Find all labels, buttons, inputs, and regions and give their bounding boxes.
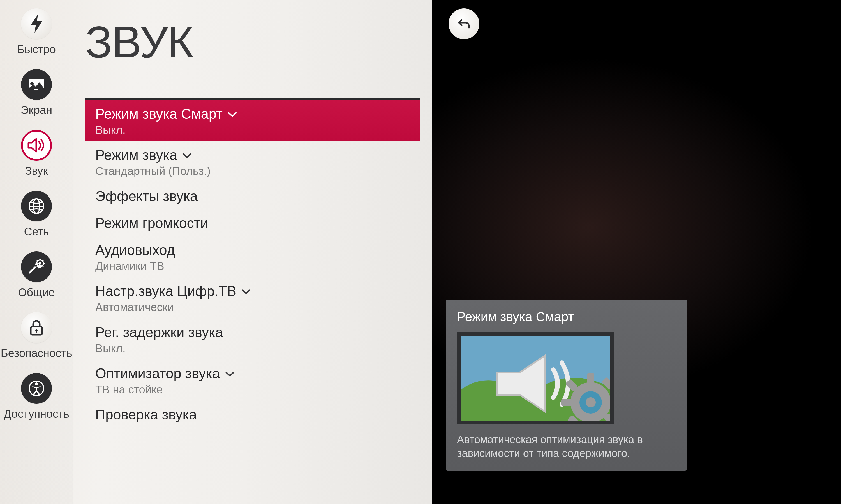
menu-item-title: Аудиовыход	[95, 242, 175, 258]
settings-sidebar: Быстро Экран Звук Сеть Общие	[0, 0, 73, 504]
menu-item[interactable]: Режим звукаСтандартный (Польз.)	[85, 141, 420, 183]
svg-rect-24	[587, 420, 594, 425]
menu-item[interactable]: Режим громкости	[85, 210, 420, 236]
menu-item[interactable]: Рег. задержки звукаВыкл.	[85, 319, 420, 360]
info-card-description: Автоматическая оптимизация звука в завис…	[457, 433, 675, 461]
accessibility-icon	[21, 373, 52, 404]
svg-rect-18	[36, 331, 37, 333]
sidebar-item-network[interactable]: Сеть	[0, 191, 73, 238]
info-card-title: Режим звука Смарт	[457, 309, 675, 324]
svg-line-15	[37, 266, 38, 267]
info-card: Режим звука Смарт	[446, 300, 687, 471]
svg-rect-26	[609, 399, 614, 406]
sidebar-item-label: Быстро	[17, 43, 56, 56]
page-title: ЗВУК	[85, 20, 420, 65]
sidebar-item-label: Сеть	[24, 226, 49, 238]
svg-rect-25	[561, 399, 572, 406]
chevron-down-icon	[182, 152, 192, 159]
menu-item-sub: Динамики ТВ	[95, 260, 410, 272]
sidebar-item-general[interactable]: Общие	[0, 251, 73, 299]
menu-item-title: Режим звука	[95, 147, 177, 163]
menu-item[interactable]: Эффекты звука	[85, 183, 420, 210]
menu-item-title: Эффекты звука	[95, 188, 198, 204]
menu-item-title: Проверка звука	[95, 407, 197, 423]
sidebar-item-label: Доступность	[4, 408, 69, 420]
menu-item[interactable]: АудиовыходДинамики ТВ	[85, 236, 420, 277]
sidebar-item-screen[interactable]: Экран	[0, 69, 73, 116]
sidebar-item-label: Безопасность	[1, 347, 72, 360]
back-button[interactable]	[448, 8, 479, 39]
menu-item-title: Режим громкости	[95, 215, 208, 231]
sidebar-item-security[interactable]: Безопасность	[0, 312, 73, 360]
wrench-gear-icon	[21, 251, 52, 282]
lightning-icon	[21, 8, 52, 39]
menu-item-title: Рег. задержки звука	[95, 324, 223, 341]
menu-list: Режим звука СмартВыкл.Режим звукаСтандар…	[85, 100, 420, 428]
menu-item-sub: Выкл.	[95, 342, 410, 355]
svg-rect-23	[587, 373, 594, 384]
chevron-down-icon	[228, 111, 237, 118]
divider	[85, 98, 420, 100]
svg-point-32	[586, 397, 596, 408]
menu-item-title: Оптимизатор звука	[95, 365, 220, 382]
sidebar-item-sound[interactable]: Звук	[0, 130, 73, 177]
menu-item[interactable]: Режим звука СмартВыкл.	[85, 100, 420, 141]
back-icon	[456, 16, 472, 32]
info-card-illustration	[457, 332, 614, 425]
menu-item-sub: Стандартный (Польз.)	[95, 165, 410, 178]
svg-line-14	[42, 260, 44, 261]
menu-item[interactable]: Оптимизатор звукаТВ на стойке	[85, 360, 420, 401]
settings-panel: Быстро Экран Звук Сеть Общие	[0, 0, 432, 504]
sidebar-item-label: Общие	[18, 286, 55, 299]
sidebar-item-quick[interactable]: Быстро	[0, 8, 73, 56]
sidebar-item-label: Звук	[25, 165, 48, 177]
sidebar-item-accessibility[interactable]: Доступность	[0, 373, 73, 420]
sidebar-item-label: Экран	[21, 104, 52, 116]
lock-icon	[21, 312, 52, 343]
svg-line-12	[37, 260, 38, 261]
svg-line-13	[42, 266, 44, 267]
menu-item-sub: ТВ на стойке	[95, 383, 410, 396]
chevron-down-icon	[225, 371, 235, 377]
menu-item-title: Настр.звука Цифр.ТВ	[95, 283, 236, 299]
menu-item-title: Режим звука Смарт	[95, 106, 223, 122]
gear-icon	[559, 370, 614, 425]
menu-item[interactable]: Настр.звука Цифр.ТВАвтоматически	[85, 277, 420, 319]
settings-content: ЗВУК Режим звука СмартВыкл.Режим звукаСт…	[73, 0, 432, 504]
svg-rect-1	[34, 89, 38, 90]
menu-item[interactable]: Проверка звука	[85, 401, 420, 428]
menu-item-sub: Выкл.	[95, 124, 410, 137]
svg-point-20	[35, 382, 38, 385]
screen-icon	[21, 69, 52, 100]
globe-icon	[21, 191, 52, 221]
sound-icon	[21, 130, 52, 161]
chevron-down-icon	[241, 289, 251, 295]
menu-item-sub: Автоматически	[95, 301, 410, 313]
